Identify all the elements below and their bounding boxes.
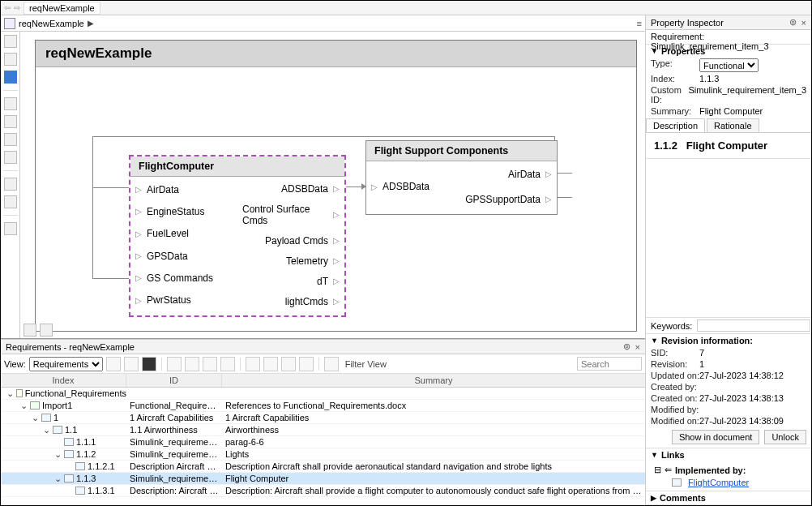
tab-description[interactable]: Description (646, 118, 705, 132)
pi-close-icon[interactable]: × (801, 18, 806, 28)
output-port[interactable]: GPSSupportData▷ (460, 191, 557, 208)
canvas-bl-b-icon[interactable] (40, 324, 53, 337)
diagram-canvas[interactable]: reqNewExample FlightComputer ▷AirData▷En… (35, 40, 637, 332)
toolbar-save-icon[interactable] (142, 357, 156, 371)
section-revision: Revision information: (661, 336, 753, 345)
panel-options-icon[interactable]: ⊚ (623, 341, 630, 352)
tool-fit-icon[interactable] (4, 71, 17, 84)
tool-d-icon[interactable] (4, 151, 17, 164)
toolbar-h-icon[interactable] (299, 357, 314, 371)
caret-down-icon[interactable]: ▼ (651, 451, 658, 459)
requirements-search-input[interactable] (577, 357, 642, 371)
row-id: Simulink_requirement_item_2 (126, 449, 222, 459)
unlock-button[interactable]: Unlock (764, 430, 806, 444)
table-row[interactable]: ⌄Import1Functional_RequirementsReference… (1, 400, 645, 412)
filter-view-label[interactable]: Filter View (345, 359, 387, 369)
link-flightcomputer[interactable]: FlightComputer (688, 478, 749, 487)
input-port[interactable]: ▷AirData (130, 181, 237, 199)
input-port[interactable]: ▷PwrStatus (130, 291, 237, 309)
output-port[interactable]: AirData▷ (460, 165, 557, 183)
model-icon[interactable] (4, 18, 15, 29)
tool-explorer-icon[interactable] (4, 35, 17, 48)
table-row[interactable]: 1.1.3.1Description: Aircraft shall provD… (1, 485, 645, 497)
diagram-title: reqNewExample (36, 41, 636, 67)
breadcrumb-menu-icon[interactable]: ≡ (637, 19, 642, 28)
caret-down-icon[interactable]: ▼ (651, 47, 658, 55)
requirements-table-body[interactable]: ⌄Functional_Requirements⌄Import1Function… (1, 388, 645, 505)
toolbar-c-icon[interactable] (203, 357, 217, 371)
input-port[interactable]: ▷ADSBData (366, 178, 460, 195)
row-id: Description Aircraft shall provi (126, 461, 222, 471)
chevron-down-icon[interactable]: ⌄ (6, 388, 14, 399)
table-row[interactable]: ⌄Functional_Requirements (1, 388, 645, 400)
row-summary: Lights (222, 449, 645, 459)
toolbar-new-icon[interactable] (106, 357, 121, 371)
input-port[interactable]: ▷EngineStatus (130, 203, 237, 221)
requirement-icon (16, 389, 23, 397)
tool-c-icon[interactable] (4, 133, 17, 146)
tool-a-icon[interactable] (4, 97, 17, 110)
col-summary[interactable]: Summary (222, 374, 645, 387)
chevron-down-icon[interactable]: ⌄ (53, 474, 62, 484)
keywords-input[interactable] (697, 319, 810, 332)
show-in-document-button[interactable]: Show in document (672, 430, 760, 444)
toolbar-e-icon[interactable] (246, 357, 260, 371)
tool-g-icon[interactable] (4, 222, 17, 235)
chevron-down-icon[interactable]: ⌄ (19, 401, 28, 411)
chevron-down-icon[interactable]: ⌄ (42, 425, 50, 435)
table-row[interactable]: 1.1.1Simulink_requirement_item_1parag-6-… (1, 436, 645, 448)
pi-options-icon[interactable]: ⊚ (789, 17, 797, 28)
row-index-label: Import1 (42, 401, 72, 410)
caret-right-icon[interactable]: ▶ (651, 494, 656, 502)
index-value: 1.1.3 (699, 74, 806, 84)
output-port[interactable]: ADSBData▷ (237, 180, 344, 198)
toolbar-open-icon[interactable] (124, 357, 139, 371)
tab-model[interactable]: reqNewExample (24, 2, 100, 15)
nav-back-icon[interactable]: ⇦ (4, 3, 11, 12)
col-index[interactable]: Index (1, 374, 126, 387)
input-port[interactable]: ▷FuelLevel (130, 225, 237, 242)
table-row[interactable]: 1.1.2.1Description Aircraft shall proviD… (1, 461, 645, 473)
tool-zoom-icon[interactable] (4, 53, 17, 66)
toolbar-g-icon[interactable] (281, 357, 296, 371)
row-id: 1.1 Airworthiness (126, 425, 222, 435)
tool-b-icon[interactable] (4, 115, 17, 128)
tab-rationale[interactable]: Rationale (707, 118, 759, 132)
nav-fwd-icon[interactable]: ⇨ (14, 3, 20, 12)
toolbar-refresh-icon[interactable] (324, 357, 339, 371)
table-row[interactable]: ⌄1.11.1 AirworthinessAirworthiness (1, 424, 645, 436)
chevron-down-icon[interactable]: ⌄ (31, 413, 39, 423)
collapse-icon[interactable]: ⊟ (654, 465, 661, 475)
table-row[interactable]: ⌄11 Aircraft Capabilities1 Aircraft Capa… (1, 412, 645, 424)
panel-close-icon[interactable]: × (635, 342, 640, 352)
block-flight-computer[interactable]: FlightComputer ▷AirData▷EngineStatus▷Fue… (129, 155, 346, 317)
toolbar-a-icon[interactable] (167, 357, 182, 371)
caret-down-icon[interactable]: ▼ (651, 337, 658, 345)
input-port[interactable]: ▷GS Commands (130, 269, 237, 287)
requirement-icon (30, 401, 40, 410)
table-row[interactable]: ⌄1.1.2Simulink_requirement_item_2Lights (1, 448, 645, 461)
canvas-bl-a-icon[interactable] (24, 324, 36, 337)
toolbar-d-icon[interactable] (220, 357, 235, 371)
view-select[interactable]: Requirements (29, 357, 103, 371)
output-port[interactable]: Payload Cmds▷ (237, 232, 344, 250)
output-port[interactable]: lightCmds▷ (237, 293, 344, 311)
output-port[interactable]: dT▷ (237, 272, 344, 290)
output-port[interactable]: Control Surface Cmds▷ (237, 200, 344, 229)
requirement-icon (53, 426, 62, 434)
row-index-label: 1 (53, 413, 58, 422)
description-content: 1.1.2 Flight Computer (646, 133, 811, 158)
toolbar-f-icon[interactable] (263, 357, 278, 371)
table-row[interactable]: ⌄1.1.3Simulink_requirement_item_3Flight … (1, 473, 645, 485)
breadcrumb-item[interactable]: reqNewExample (19, 19, 84, 28)
col-id[interactable]: ID (126, 374, 222, 387)
type-select[interactable]: Functional (699, 58, 759, 72)
toolbar-b-icon[interactable] (185, 357, 199, 371)
tool-f-icon[interactable] (4, 195, 17, 208)
pi-subtitle: Requirement: Simulink_requirement_item_3 (646, 30, 811, 45)
tool-e-icon[interactable] (4, 178, 17, 191)
output-port[interactable]: Telemetry▷ (237, 252, 344, 270)
input-port[interactable]: ▷GPSData (130, 247, 237, 265)
block-flight-support[interactable]: Flight Support Components ▷ADSBData AirD… (365, 140, 558, 215)
chevron-down-icon[interactable]: ⌄ (53, 449, 62, 460)
